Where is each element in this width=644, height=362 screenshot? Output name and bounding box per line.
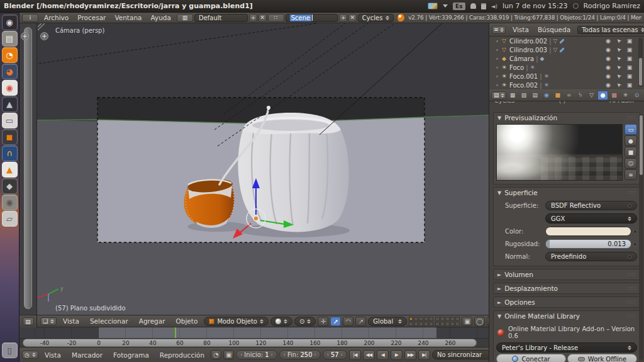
renderability-camera-icon[interactable]: ▣ (626, 64, 633, 71)
renderability-camera-icon[interactable]: ▣ (626, 73, 633, 79)
tab-constraints[interactable]: ∞ (564, 91, 574, 100)
timeline-menu-vista[interactable]: Vista (40, 351, 65, 359)
outliner-item-cámara[interactable]: ∘◆Cámara|◆◉➤▣ (489, 54, 644, 63)
launcher-media-player[interactable]: ▲ (2, 96, 18, 112)
outliner-filter-dropdown[interactable]: Todas las escenas (577, 26, 644, 34)
properties-scrollbar[interactable] (639, 114, 643, 360)
3d-scene-canvas[interactable]: y (37, 23, 489, 315)
current-frame-marker[interactable] (175, 327, 176, 338)
expand-region-button[interactable]: + (21, 32, 29, 40)
layer-cell[interactable] (455, 322, 460, 326)
visibility-eye-icon[interactable]: ◉ (605, 73, 611, 79)
timeline-ruler-scrollbar[interactable]: -40-200204060801001201401601802002202402… (23, 339, 477, 347)
viewport-menu-objeto[interactable]: Objeto (172, 317, 203, 325)
clipboard-icon[interactable] (481, 3, 486, 9)
expand-dot-icon[interactable]: ∘ (496, 56, 499, 62)
launcher-vlc[interactable]: ▲ (2, 162, 18, 178)
outliner-item-cilindro-002[interactable]: ∘▽Cilindro.002|▽◉➤▣ (489, 37, 644, 45)
color-keyframe-dot[interactable] (633, 230, 637, 234)
outliner-scrollbar[interactable] (638, 38, 643, 87)
distribution-dropdown[interactable]: GGX (545, 213, 637, 223)
prev-keyframe-button[interactable]: ◀◀ (363, 350, 375, 360)
options-panel-header[interactable]: ►Opciones∷∷ (494, 297, 640, 307)
session-icon[interactable] (573, 3, 579, 9)
current-frame-field[interactable]: ‹57› (323, 350, 347, 359)
expand-dot-icon[interactable]: ∘ (496, 47, 499, 53)
scene-name-field[interactable]: Scene (286, 14, 338, 22)
renderability-camera-icon[interactable]: ▣ (626, 38, 633, 44)
panel-drag-handle[interactable]: ∷∷ (628, 189, 636, 196)
layers-widget-1[interactable] (409, 317, 433, 326)
lock-frame-button[interactable]: ▣ (223, 350, 234, 359)
editor-type-properties-button[interactable]: ▤ (491, 91, 506, 99)
tab-object[interactable]: ■ (552, 91, 563, 100)
tab-render[interactable]: ▦ (507, 91, 518, 100)
rotate-manipulator-button[interactable]: ◠ (343, 317, 353, 326)
displacement-panel-header[interactable]: ►Desplazamiento∷∷ (494, 283, 640, 293)
left-arrow-icon[interactable]: ‹ (240, 352, 242, 358)
clock[interactable]: lun 7 de nov 15:23 (502, 2, 568, 10)
right-arrow-icon[interactable]: › (314, 352, 316, 358)
renderability-camera-icon[interactable]: ▣ (626, 55, 633, 62)
preview-monkey-button[interactable]: ☺ (625, 158, 637, 169)
editor-type-button[interactable]: ▤ (23, 317, 34, 325)
tab-world[interactable]: ◉ (541, 91, 552, 100)
lock-icon[interactable]: ▣ (462, 317, 472, 326)
visibility-eye-icon[interactable]: ◉ (605, 55, 611, 62)
gizmo-toggle-button[interactable]: ✛ (318, 317, 328, 326)
selectability-cursor-icon[interactable]: ➤ (614, 37, 623, 45)
editor-type-outliner-button[interactable]: ≡ (492, 26, 506, 34)
outliner-item-cilindro-003[interactable]: ∘▽Cilindro.003|▽◉➤▣ (489, 45, 644, 54)
layer-cell[interactable] (424, 322, 428, 326)
layer-cell[interactable] (445, 322, 450, 326)
selectability-cursor-icon[interactable]: ➤ (614, 54, 623, 63)
oml-panel-header[interactable]: ▼Online Material Library∷∷ (494, 311, 640, 321)
expand-dot-icon[interactable]: ∘ (496, 82, 499, 88)
surface-panel-header[interactable]: ▼ Superficie ∷∷ (494, 188, 640, 198)
oml-work-offline-button[interactable]: Work Offline (567, 354, 637, 362)
timeline-menu-reproducción[interactable]: Reproducción (155, 351, 209, 359)
color-swatch[interactable] (545, 227, 631, 236)
add-layout-button[interactable]: + (249, 14, 257, 22)
launcher-audio-app[interactable]: ∩ (2, 145, 18, 161)
selectability-cursor-icon[interactable]: ➤ (614, 63, 623, 72)
pivot-dropdown[interactable]: ⊙ (294, 317, 316, 326)
layer-cell[interactable] (440, 322, 445, 326)
outliner-item-foco-001[interactable]: ∘☀Foco.001|☀◉➤▣ (489, 72, 644, 81)
scale-manipulator-button[interactable]: ↗ (355, 317, 366, 326)
expand-dot-icon[interactable]: ∘ (496, 38, 499, 44)
tab-material[interactable]: ● (597, 91, 608, 100)
3d-viewport[interactable]: y Cámara (persp) (57) Plano subdividido … (37, 23, 489, 315)
right-arrow-icon[interactable]: › (341, 352, 343, 358)
preview-flat-button[interactable]: ▭ (625, 124, 637, 135)
launcher-presentation[interactable]: ▭ (2, 113, 18, 128)
frame-start-field[interactable]: ‹Inicio:1› (236, 350, 277, 359)
visibility-eye-icon[interactable]: ◉ (605, 64, 611, 71)
launcher-files[interactable]: ▤ (2, 31, 18, 47)
layer-cell[interactable] (429, 322, 433, 326)
renderability-camera-icon[interactable]: ▣ (626, 47, 633, 53)
visibility-eye-icon[interactable]: ◉ (605, 82, 611, 88)
outliner-menu-búsqueda[interactable]: Búsqueda (533, 26, 575, 33)
tab-texture[interactable]: ▩ (609, 91, 619, 100)
translate-manipulator-button[interactable]: ➚ (330, 317, 341, 326)
preview-panel-header[interactable]: ▼ Previsualización ∷∷ (494, 113, 640, 123)
menu-archivo[interactable]: Archivo (40, 14, 73, 21)
delete-scene-button[interactable]: ✕ (348, 14, 357, 22)
expand-toolshelf-button[interactable]: + (40, 32, 48, 40)
layer-cell[interactable] (445, 317, 450, 321)
visibility-eye-icon[interactable]: ◉ (605, 47, 611, 53)
normal-dropdown[interactable]: Predefinido (545, 252, 637, 261)
launcher-media-app[interactable]: ◼ (2, 129, 18, 145)
user-menu[interactable]: Rodrigo Ramirez (584, 2, 640, 10)
volume-panel-header[interactable]: ►Volumen∷∷ (494, 269, 640, 280)
transform-orientation-dropdown[interactable]: Global (368, 317, 407, 326)
scene-browse-icon[interactable]: ∷ (268, 14, 284, 22)
notifications-icon[interactable] (470, 3, 476, 9)
play-reverse-button[interactable]: ◀ (377, 350, 389, 360)
layer-cell[interactable] (435, 317, 440, 321)
jump-to-end-button[interactable]: ▶| (418, 350, 430, 360)
viewport-menu-seleccionar[interactable]: Seleccionar (86, 317, 133, 325)
delete-layout-button[interactable]: ✕ (258, 14, 267, 22)
expand-dot-icon[interactable]: ∘ (496, 74, 499, 79)
